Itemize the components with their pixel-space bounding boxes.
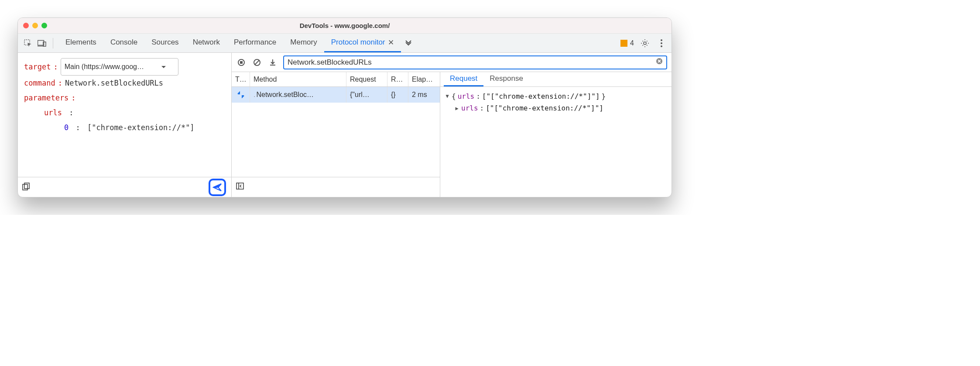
th-type[interactable]: T… xyxy=(232,72,250,86)
tree-row-child[interactable]: ▶ urls: ["["chrome-extension://*"]"] xyxy=(445,102,667,114)
row-response: {} xyxy=(387,87,408,103)
command-row: command: Network.setBlockedURLs xyxy=(24,76,225,90)
tab-memory[interactable]: Memory xyxy=(283,34,324,52)
svg-rect-11 xyxy=(240,61,243,64)
disclosure-right-icon[interactable]: ▶ xyxy=(454,104,459,113)
tab-network[interactable]: Network xyxy=(186,34,227,52)
tab-sources[interactable]: Sources xyxy=(144,34,185,52)
child-urls-value: ["["chrome-extension://*"]"] xyxy=(486,102,603,114)
warning-icon xyxy=(620,40,627,47)
th-request[interactable]: Request xyxy=(346,72,387,86)
toolbar-right: 4 xyxy=(620,38,667,49)
toggle-sidebar-icon[interactable] xyxy=(236,182,244,192)
root-urls-prop: urls xyxy=(458,90,475,102)
svg-point-7 xyxy=(661,45,662,47)
grid-area: T… Method Request R… Elap… .Network.setB… xyxy=(232,72,672,197)
command-editor-pane: target: Main (https://www.goog… command:… xyxy=(18,53,232,197)
tab-console[interactable]: Console xyxy=(103,34,144,52)
target-key: target xyxy=(24,59,51,74)
row-request: {"url… xyxy=(346,87,387,103)
child-urls-prop: urls xyxy=(461,102,478,114)
tab-close-icon[interactable]: ✕ xyxy=(388,38,394,47)
device-toolbar-icon[interactable] xyxy=(36,38,48,49)
tab-performance[interactable]: Performance xyxy=(227,34,283,52)
devtools-window: DevTools - www.google.com/ Elements Cons… xyxy=(17,17,672,197)
clear-filter-icon[interactable] xyxy=(656,58,663,67)
inspect-element-icon[interactable] xyxy=(22,38,34,49)
main-toolbar: Elements Console Sources Network Perform… xyxy=(18,34,672,53)
tab-elements[interactable]: Elements xyxy=(58,34,103,52)
tab-protocol-monitor[interactable]: Protocol monitor ✕ xyxy=(324,34,401,52)
send-command-button[interactable] xyxy=(209,179,226,196)
root-urls-value: ["["chrome-extension://*"]"] xyxy=(482,90,600,102)
filter-input-value: Network.setBlockedURLs xyxy=(288,58,652,67)
download-icon[interactable] xyxy=(267,57,278,68)
panel-tabs: Elements Console Sources Network Perform… xyxy=(58,34,416,52)
copy-icon[interactable] xyxy=(22,183,30,192)
detail-body: ▼ {urls: ["["chrome-extension://*"]"]} ▶… xyxy=(440,87,672,197)
row-elapsed: 2 ms xyxy=(408,87,440,103)
detail-tab-request[interactable]: Request xyxy=(444,72,483,86)
svg-point-6 xyxy=(661,42,662,44)
param-urls-row: urls : xyxy=(24,105,225,120)
param-urls-key: urls xyxy=(44,105,62,120)
filter-input[interactable]: Network.setBlockedURLs xyxy=(283,55,667,69)
issues-badge[interactable]: 4 xyxy=(620,39,634,47)
svg-point-5 xyxy=(661,39,662,41)
parameters-row: parameters: xyxy=(24,90,225,105)
titlebar: DevTools - www.google.com/ xyxy=(18,18,672,34)
svg-rect-9 xyxy=(24,183,29,189)
settings-icon[interactable] xyxy=(639,38,651,49)
disclosure-down-icon[interactable]: ▼ xyxy=(445,92,450,100)
svg-point-4 xyxy=(644,42,646,45)
tab-protocol-monitor-label: Protocol monitor xyxy=(331,38,385,47)
editor-footer xyxy=(18,177,231,197)
table-empty-area xyxy=(232,103,440,177)
svg-line-13 xyxy=(255,60,259,65)
row-method: .Network.setBloc… xyxy=(250,87,346,103)
th-response[interactable]: R… xyxy=(387,72,408,86)
command-key: command xyxy=(24,76,55,90)
filter-toolbar: Network.setBlockedURLs xyxy=(232,53,672,72)
command-editor: target: Main (https://www.goog… command:… xyxy=(18,53,231,177)
detail-tabs: Request Response xyxy=(440,72,672,87)
message-table: T… Method Request R… Elap… .Network.setB… xyxy=(232,72,440,197)
details-pane: Request Response ▼ {urls: ["["chrome-ext… xyxy=(440,72,672,197)
target-select[interactable]: Main (https://www.goog… xyxy=(61,58,178,76)
command-value[interactable]: Network.setBlockedURLs xyxy=(65,76,163,90)
svg-rect-8 xyxy=(23,184,27,190)
th-elapsed[interactable]: Elap… xyxy=(408,72,440,86)
more-options-icon[interactable] xyxy=(656,38,667,49)
parameters-key: parameters xyxy=(24,90,69,105)
clear-icon[interactable] xyxy=(252,57,262,68)
row-type-icon xyxy=(232,87,250,103)
target-select-value: Main (https://www.goog… xyxy=(65,60,144,74)
panel-body: target: Main (https://www.goog… command:… xyxy=(18,53,672,197)
target-row: target: Main (https://www.goog… xyxy=(24,58,225,76)
table-footer xyxy=(232,177,440,197)
table-row[interactable]: .Network.setBloc… {"url… {} 2 ms xyxy=(232,87,440,103)
toolbar-divider xyxy=(53,38,53,48)
tree-row-root[interactable]: ▼ {urls: ["["chrome-extension://*"]"]} xyxy=(445,90,667,102)
param-value[interactable]: ["chrome-extension://*"] xyxy=(87,120,195,135)
protocol-log-pane: Network.setBlockedURLs T… Method Request… xyxy=(232,53,672,197)
record-icon[interactable] xyxy=(236,57,247,68)
detail-tab-response[interactable]: Response xyxy=(483,72,529,86)
param-index: 0 xyxy=(64,120,69,135)
param-index-row: 0 : ["chrome-extension://*"] xyxy=(24,120,225,135)
window-title: DevTools - www.google.com/ xyxy=(18,22,672,29)
more-tabs-icon[interactable] xyxy=(401,34,416,52)
table-header: T… Method Request R… Elap… xyxy=(232,72,440,87)
issues-count: 4 xyxy=(630,39,634,47)
th-method[interactable]: Method xyxy=(250,72,346,86)
